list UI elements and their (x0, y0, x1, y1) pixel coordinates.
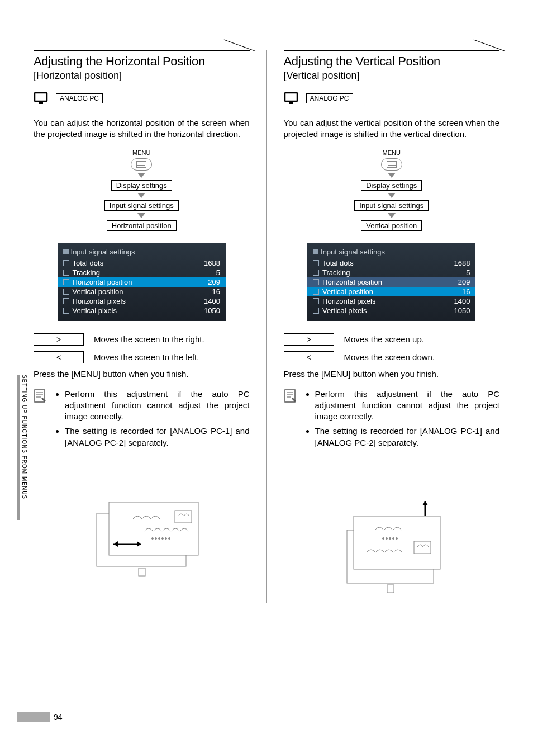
illustration-vertical (284, 497, 500, 603)
osd-row: Horizontal position209 (58, 277, 226, 287)
monitor-icon (284, 92, 298, 105)
osd-row-value: 1688 (454, 259, 470, 267)
key-left-desc: Moves the screen down. (344, 352, 435, 362)
intro-paragraph: You can adjust the vertical position of … (284, 117, 500, 140)
key-row: < Moves the screen down. (284, 351, 500, 363)
svg-rect-29 (387, 585, 394, 593)
osd-row-label: Horizontal pixels (313, 297, 375, 305)
down-arrow-icon (137, 213, 145, 218)
osd-row: Vertical pixels1050 (63, 306, 220, 315)
page: SETTING UP FUNCTIONS FROM MENUS Adjustin… (34, 50, 499, 722)
osd-row: Horizontal pixels1400 (63, 296, 220, 306)
monitor-icon (34, 92, 48, 105)
section-subtitle: [Horizontal position] (34, 70, 250, 82)
osd-row-value: 5 (216, 268, 220, 277)
osd-row-label: Vertical position (313, 287, 373, 296)
key-row: > Moves the screen up. (284, 333, 500, 346)
osd-row-label: Horizontal position (63, 278, 132, 286)
osd-item-icon (63, 289, 69, 295)
osd-row: Horizontal position209 (307, 277, 475, 287)
intro-paragraph: You can adjust the horizontal position o… (34, 117, 250, 140)
osd-item-icon (63, 260, 69, 266)
note-list: Perform this adjustment if the auto PC a… (305, 389, 500, 452)
osd-row-label: Vertical pixels (313, 306, 367, 315)
osd-row-value: 209 (458, 278, 470, 286)
osd-row-label: Total dots (63, 259, 104, 267)
svg-point-15 (162, 537, 164, 539)
note-item: The setting is recorded for [ANALOG PC-1… (315, 426, 500, 448)
nav-flow: MENU Display settings Input signal setti… (284, 149, 500, 231)
osd-row-value: 1050 (204, 306, 220, 315)
osd-item-icon (313, 279, 319, 285)
osd-title: Input signal settings (313, 248, 470, 256)
section-title: Adjusting the Horizontal Position (34, 54, 250, 69)
osd-row-value: 16 (462, 287, 470, 296)
mode-badge: ANALOG PC (56, 93, 103, 103)
svg-rect-19 (285, 93, 297, 101)
mode-badge: ANALOG PC (306, 93, 353, 103)
flow-step: Display settings (361, 180, 422, 191)
osd-item-icon (313, 308, 319, 314)
svg-rect-20 (289, 102, 293, 104)
svg-rect-30 (354, 516, 440, 569)
svg-rect-7 (139, 568, 145, 576)
osd-item-icon (313, 298, 319, 304)
svg-point-12 (152, 537, 154, 539)
osd-row-label: Horizontal position (313, 278, 382, 286)
svg-point-35 (396, 537, 397, 539)
note-item: Perform this adjustment if the auto PC a… (65, 389, 250, 423)
down-arrow-icon (137, 173, 145, 178)
flow-step: Horizontal position (107, 220, 177, 231)
menu-button-icon (131, 158, 152, 171)
osd-item-icon (313, 270, 319, 276)
osd-row: Horizontal pixels1400 (313, 296, 470, 306)
osd-row-value: 1050 (454, 306, 470, 315)
finish-text: Press the [MENU] button when you finish. (284, 369, 500, 379)
down-arrow-icon (388, 173, 396, 178)
menu-label: MENU (132, 149, 150, 156)
menu-button-icon (381, 158, 402, 171)
svg-point-14 (159, 537, 160, 539)
osd-row: Tracking5 (63, 268, 220, 277)
key-row: > Moves the screen to the right. (34, 333, 250, 346)
svg-point-32 (386, 537, 387, 539)
osd-row-value: 1400 (204, 297, 220, 305)
key-row: < Moves the screen to the left. (34, 351, 250, 363)
svg-point-16 (165, 537, 167, 539)
section-title-block: Adjusting the Horizontal Position [Horiz… (34, 50, 250, 82)
svg-rect-1 (39, 102, 43, 104)
note-block: Perform this adjustment if the auto PC a… (34, 389, 250, 452)
osd-item-icon (63, 308, 69, 314)
osd-row-value: 1688 (204, 259, 220, 267)
osd-title: Input signal settings (63, 248, 220, 256)
nav-flow: MENU Display settings Input signal setti… (34, 149, 250, 231)
key-right-desc: Moves the screen to the right. (94, 334, 204, 344)
osd-item-icon (313, 260, 319, 266)
illustration-horizontal (34, 497, 250, 580)
osd-row-label: Vertical pixels (63, 306, 117, 315)
page-number: 94 (54, 712, 63, 721)
key-left: < (34, 351, 84, 363)
osd-row-label: Vertical position (63, 287, 123, 296)
osd-row-value: 5 (466, 268, 470, 277)
mode-row: ANALOG PC (34, 92, 250, 105)
osd-panel: Input signal settings Total dots1688Trac… (58, 243, 226, 321)
osd-row: Total dots1688 (313, 258, 470, 268)
note-item: The setting is recorded for [ANALOG PC-1… (65, 426, 250, 448)
finish-text: Press the [MENU] button when you finish. (34, 369, 250, 379)
svg-marker-26 (422, 501, 428, 505)
osd-row-label: Tracking (313, 268, 350, 277)
down-arrow-icon (388, 193, 396, 198)
mode-row: ANALOG PC (284, 92, 500, 105)
down-arrow-icon (388, 213, 396, 218)
osd-row-value: 1400 (454, 297, 470, 305)
note-item: Perform this adjustment if the auto PC a… (315, 389, 500, 423)
osd-row: Tracking5 (313, 268, 470, 277)
key-left: < (284, 351, 334, 363)
section-title: Adjusting the Vertical Position (284, 54, 500, 69)
key-left-desc: Moves the screen to the left. (94, 352, 199, 362)
right-column: Adjusting the Vertical Position [Vertica… (284, 50, 500, 603)
page-number-bar: 94 (17, 711, 63, 722)
osd-row: Vertical position16 (63, 287, 220, 296)
note-icon (34, 389, 47, 404)
